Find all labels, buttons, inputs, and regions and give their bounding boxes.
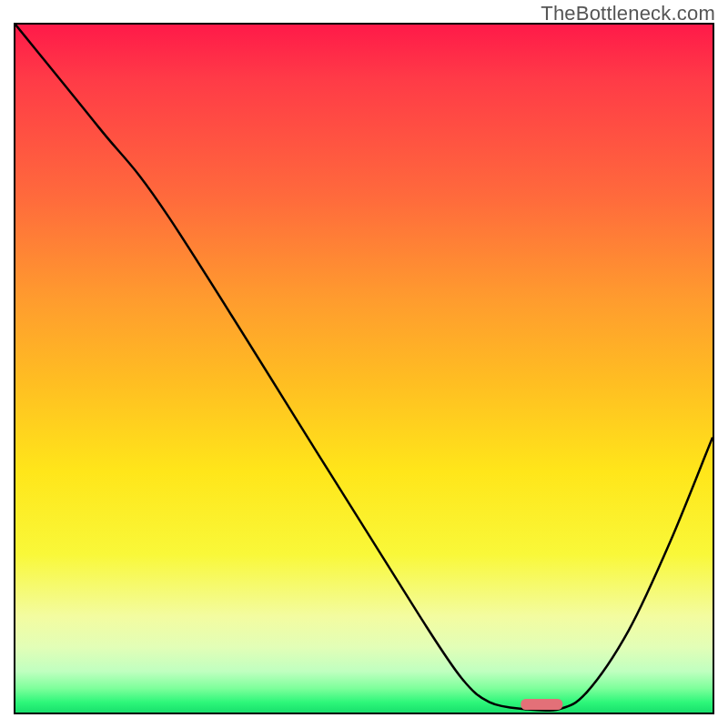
optimal-zone-marker	[521, 699, 562, 710]
chart-frame	[14, 23, 714, 714]
chart-plot	[15, 25, 713, 713]
bottleneck-curve	[15, 25, 713, 711]
